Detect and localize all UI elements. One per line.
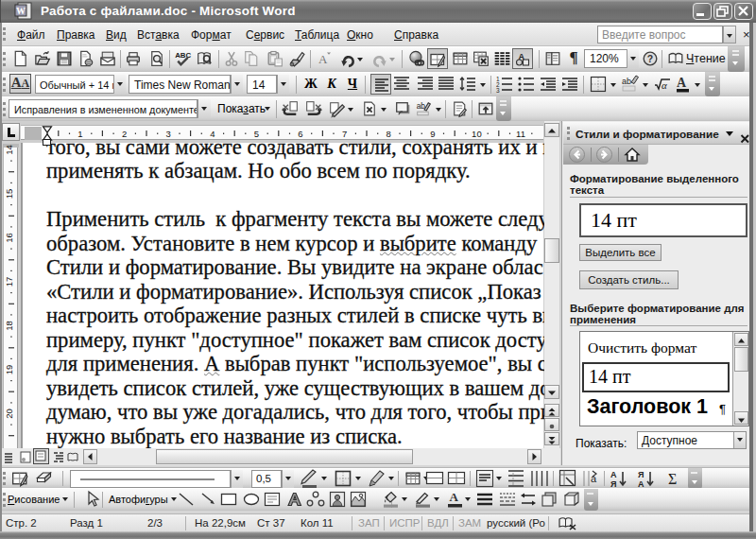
svg-text:15: 15 bbox=[4, 189, 14, 200]
svg-text:A: A bbox=[450, 490, 459, 504]
svg-text:α: α bbox=[662, 79, 667, 91]
svg-text:18: 18 bbox=[4, 321, 14, 331]
svg-text:Σ: Σ bbox=[668, 471, 677, 487]
svg-text:a: a bbox=[591, 473, 597, 484]
svg-text:3: 3 bbox=[496, 87, 500, 94]
svg-text:19: 19 bbox=[4, 365, 14, 375]
svg-text:20: 20 bbox=[4, 409, 14, 419]
svg-text:A: A bbox=[318, 52, 328, 66]
svg-text:17: 17 bbox=[4, 277, 14, 287]
svg-text:ab: ab bbox=[622, 77, 631, 86]
svg-text:Я: Я bbox=[638, 470, 644, 479]
svg-text:W: W bbox=[16, 6, 26, 16]
svg-text:16: 16 bbox=[4, 233, 14, 243]
svg-text:А: А bbox=[610, 470, 617, 479]
svg-text:A: A bbox=[677, 76, 687, 90]
svg-text:14: 14 bbox=[4, 145, 14, 155]
